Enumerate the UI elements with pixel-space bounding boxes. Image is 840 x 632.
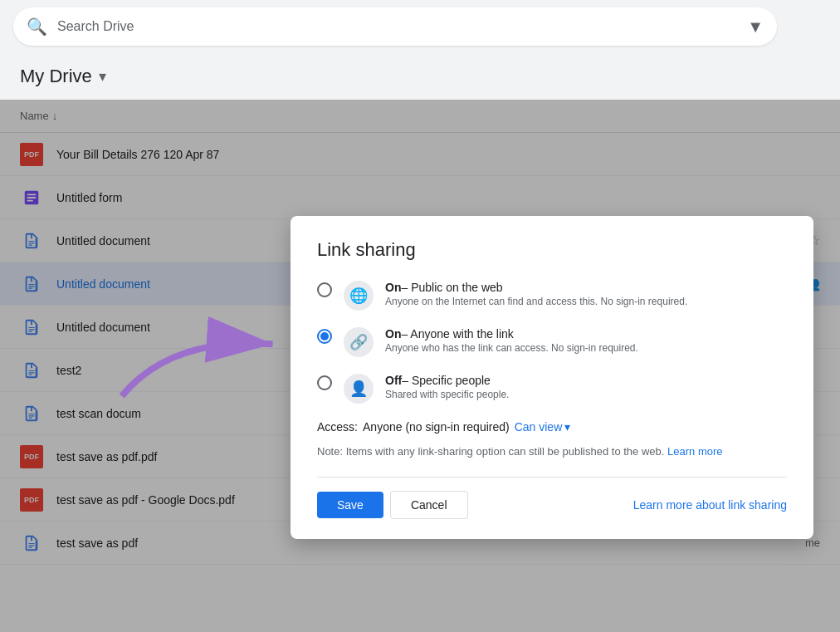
search-inner: 🔍 Search Drive ▼ xyxy=(13,7,777,46)
modal-title: Link sharing xyxy=(317,239,787,261)
save-button[interactable]: Save xyxy=(317,492,383,518)
link-sharing-modal: Link sharing 🌐 On– Public on the web Any… xyxy=(291,216,813,539)
file-list-area: Name ↓ PDF Your Bill Details 276 120 Apr… xyxy=(0,100,840,632)
modal-button-row: Save Cancel Learn more about link sharin… xyxy=(317,491,787,519)
access-permission-dropdown[interactable]: Can view ▾ xyxy=(515,420,571,434)
sharing-option-link[interactable]: 🔗 On– Anyone with the link Anyone who ha… xyxy=(317,327,787,357)
drive-title[interactable]: My Drive ▾ xyxy=(20,66,106,87)
radio-public[interactable] xyxy=(317,282,332,297)
search-input[interactable]: Search Drive xyxy=(57,19,747,34)
note-text: Note: Items with any link-sharing option… xyxy=(317,443,787,460)
search-dropdown-arrow-icon[interactable]: ▼ xyxy=(747,17,764,37)
cancel-button[interactable]: Cancel xyxy=(390,491,468,519)
note-learn-more-link[interactable]: Learn more xyxy=(667,445,722,458)
access-value: Anyone (no sign-in required) xyxy=(363,420,510,434)
sharing-option-public[interactable]: 🌐 On– Public on the web Anyone on the In… xyxy=(317,281,787,311)
modal-divider xyxy=(317,477,787,478)
option-title-specific: Off– Specific people xyxy=(385,374,787,387)
option-icon-public: 🌐 xyxy=(344,281,374,311)
option-title-link: On– Anyone with the link xyxy=(385,327,787,340)
option-desc-specific: Shared with specific people. xyxy=(385,389,787,400)
option-text-public: On– Public on the web Anyone on the Inte… xyxy=(385,281,787,307)
search-bar: 🔍 Search Drive ▼ xyxy=(0,0,840,53)
radio-link[interactable] xyxy=(317,329,332,344)
access-label: Access: xyxy=(317,420,358,434)
option-desc-link: Anyone who has the link can access. No s… xyxy=(385,342,787,354)
option-text-link: On– Anyone with the link Anyone who has … xyxy=(385,327,787,354)
option-desc-public: Anyone on the Internet can find and acce… xyxy=(385,296,787,307)
search-icon: 🔍 xyxy=(27,17,47,37)
radio-specific[interactable] xyxy=(317,375,332,390)
sharing-options: 🌐 On– Public on the web Anyone on the In… xyxy=(317,281,787,404)
access-row: Access: Anyone (no sign-in required) Can… xyxy=(317,420,787,434)
sharing-option-specific[interactable]: 👤 Off– Specific people Shared with speci… xyxy=(317,374,787,404)
learn-more-link-sharing-button[interactable]: Learn more about link sharing xyxy=(633,498,787,512)
drive-dropdown-arrow-icon[interactable]: ▾ xyxy=(99,67,106,86)
drive-title-text: My Drive xyxy=(20,66,92,87)
drive-header: My Drive ▾ xyxy=(0,53,840,100)
option-text-specific: Off– Specific people Shared with specifi… xyxy=(385,374,787,400)
option-icon-specific: 👤 xyxy=(344,374,374,404)
option-title-public: On– Public on the web xyxy=(385,281,787,294)
option-icon-link: 🔗 xyxy=(344,327,374,357)
